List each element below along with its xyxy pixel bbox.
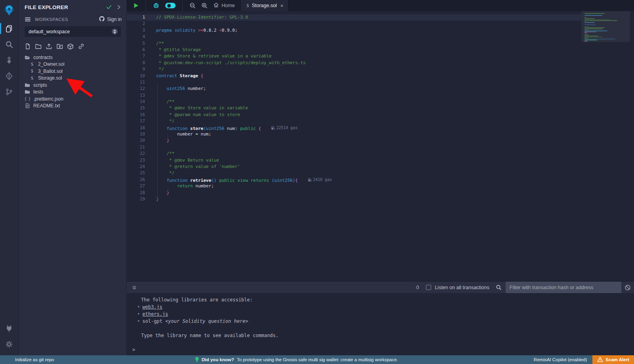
- terminal-collapse-icon[interactable]: [127, 284, 139, 291]
- terminal-output[interactable]: The following libraries are accessible:•…: [127, 293, 634, 355]
- lightbulb-icon: [195, 357, 199, 362]
- solidity-icon: S: [29, 69, 35, 74]
- workspace-select[interactable]: default_workspace: [25, 26, 121, 37]
- line-number: 22: [127, 151, 151, 157]
- tip-text: To prototype using the Gnosis safe multi…: [237, 357, 398, 362]
- line-number: 18: [127, 125, 151, 131]
- line-number: 10: [127, 73, 151, 79]
- code-line-15: 15 * @dev Store value in variable: [127, 105, 581, 111]
- minimap-code: [584, 13, 617, 43]
- new-file-button[interactable]: [25, 43, 31, 50]
- solidity-compiler-icon[interactable]: [0, 52, 19, 68]
- load-from-ipfs-button[interactable]: [67, 43, 74, 50]
- tree-item-label: 3_Ballot.sol: [38, 69, 63, 74]
- new-folder-button[interactable]: [35, 43, 42, 50]
- search-icon[interactable]: [0, 36, 19, 52]
- line-number: 29: [127, 196, 151, 202]
- git-icon[interactable]: [0, 84, 19, 100]
- editor-topbar: Home S Storage.sol ×: [127, 0, 634, 11]
- code-line-25: 25 */: [127, 170, 581, 176]
- line-number: 16: [127, 112, 151, 118]
- terminal-text-line: The following libraries are accessible:: [132, 296, 634, 303]
- minimap[interactable]: [581, 11, 634, 281]
- code-line-27: 27 return number;: [127, 183, 581, 189]
- folder-icon: [25, 83, 30, 88]
- line-number: 23: [127, 157, 151, 164]
- panel-title: FILE EXPLORER: [25, 4, 102, 10]
- listen-all-transactions-checkbox[interactable]: [426, 285, 431, 290]
- gas-estimate-hint: 2410 gas: [308, 177, 332, 183]
- import-from-url-button[interactable]: [78, 43, 85, 50]
- tree-item-storage-sol[interactable]: SStorage.sol: [19, 75, 126, 82]
- terminal-text-line: Type the library name to see available c…: [132, 332, 634, 339]
- activity-bar: [0, 0, 19, 355]
- tree-item-scripts[interactable]: scripts: [19, 82, 126, 89]
- code-line-5: 5/**: [127, 40, 581, 47]
- line-number: 25: [127, 170, 151, 176]
- code-line-6: 6 * @title Storage: [127, 47, 581, 53]
- github-sign-in-button[interactable]: Sign in: [99, 16, 122, 23]
- code-line-22: 22 /**: [127, 151, 581, 157]
- code-line-12: 12 uint256 number;: [127, 86, 581, 92]
- file-explorer-icon[interactable]: [0, 21, 19, 36]
- tree-item-readme-txt[interactable]: README.txt: [19, 103, 126, 110]
- code-line-23: 23 * @dev Return value: [127, 157, 581, 164]
- code-line-11: 11: [127, 79, 581, 86]
- upload-file-button[interactable]: [46, 43, 52, 50]
- plugin-manager-icon[interactable]: [0, 320, 19, 336]
- line-number: 15: [127, 105, 151, 111]
- line-number: 8: [127, 60, 151, 66]
- line-number: 3: [127, 27, 151, 34]
- deploy-and-run-icon[interactable]: [0, 68, 19, 84]
- ethers.js-link[interactable]: ethers.js: [142, 311, 168, 317]
- transaction-filter-input[interactable]: [506, 282, 621, 293]
- line-number: 6: [127, 47, 151, 53]
- tree-item-3-ballot-sol[interactable]: S3_Ballot.sol: [19, 68, 126, 75]
- line-number: 12: [127, 86, 151, 92]
- line-number: 4: [127, 34, 151, 40]
- home-icon: [213, 2, 219, 9]
- activity-bar-bottom: [0, 320, 19, 352]
- zoom-out-icon[interactable]: [187, 0, 199, 11]
- main-area: Home S Storage.sol × 1// SPDX-License-Id…: [127, 0, 634, 355]
- terminal-search-icon[interactable]: [496, 284, 502, 290]
- remix-logo-icon[interactable]: [0, 0, 19, 21]
- tree-item-tests[interactable]: tests: [19, 89, 126, 96]
- file-tree: contractsS2_Owner.solS3_Ballot.solSStora…: [19, 53, 126, 109]
- status-bar: Initialize as git repo Did you know? To …: [0, 355, 634, 364]
- home-tab-button[interactable]: Home: [210, 0, 237, 11]
- copilot-toggle[interactable]: [162, 0, 178, 11]
- line-number: 19: [127, 131, 151, 137]
- scam-alert-button[interactable]: Scam Alert: [592, 355, 634, 364]
- zoom-in-icon[interactable]: [199, 0, 210, 11]
- code-line-14: 14 /**: [127, 99, 581, 105]
- upload-folder-button[interactable]: [56, 43, 63, 50]
- code-editor[interactable]: 1// SPDX-License-Identifier: GPL-3.023pr…: [127, 11, 634, 281]
- folder-icon: [25, 90, 30, 94]
- copilot-status-label: RemixAI Copilot (enabled): [534, 357, 587, 362]
- tab-close-icon[interactable]: ×: [280, 3, 285, 9]
- code-line-29: 29}: [127, 196, 581, 202]
- clear-console-ban-icon[interactable]: [621, 284, 634, 291]
- ai-copilot-robot-icon[interactable]: [150, 0, 162, 11]
- code-line-16: 16 * @param num value to store: [127, 112, 581, 118]
- run-script-play-button[interactable]: [131, 0, 141, 11]
- terminal-library-link-line: •ethers.js: [132, 311, 634, 318]
- tree-item-label: Storage.sol: [38, 75, 62, 81]
- code-line-28: 28 }: [127, 190, 581, 196]
- workspaces-menu-icon[interactable]: [25, 16, 31, 23]
- tab-storage-sol[interactable]: S Storage.sol ×: [242, 0, 288, 11]
- code-line-21: 21: [127, 144, 581, 151]
- code-line-20: 20 }: [127, 137, 581, 144]
- terminal-header: 0 Listen on all transactions: [127, 281, 634, 293]
- tree-item-contracts[interactable]: contracts: [19, 54, 126, 61]
- settings-icon[interactable]: [0, 336, 19, 352]
- code-line-18: 18 function store(uint256 num) public {2…: [127, 125, 581, 131]
- file-explorer-header: FILE EXPLORER: [19, 0, 126, 14]
- init-git-repo-button[interactable]: Initialize as git repo: [15, 357, 54, 362]
- tree-item--prettierrc-json[interactable]: { }.prettierrc.json: [19, 95, 126, 103]
- code-line-17: 17 */: [127, 118, 581, 124]
- collapse-panel-chevron-icon[interactable]: [116, 4, 122, 10]
- web3.js-link[interactable]: web3.js: [142, 304, 162, 310]
- tree-item-2-owner-sol[interactable]: S2_Owner.sol: [19, 61, 126, 68]
